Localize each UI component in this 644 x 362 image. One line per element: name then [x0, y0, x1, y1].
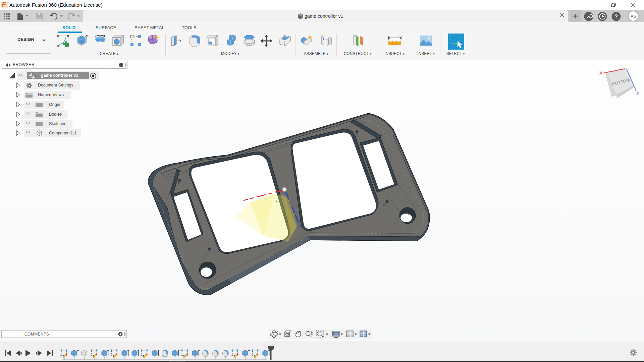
svg-text:?: ? — [614, 13, 618, 20]
svg-text:AS: AS — [631, 14, 636, 19]
